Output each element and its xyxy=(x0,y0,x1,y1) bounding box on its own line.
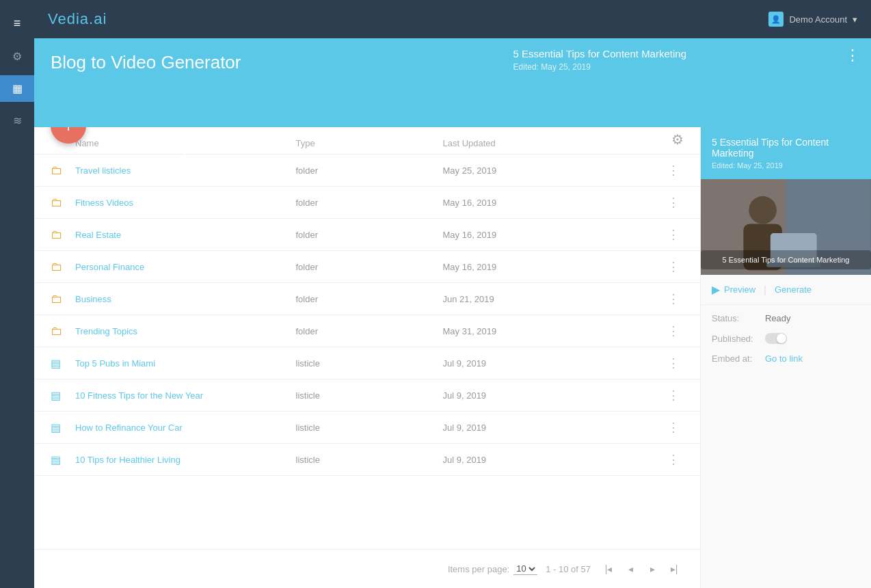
generate-button[interactable]: Generate xyxy=(775,284,812,295)
row-type: folder xyxy=(296,198,443,208)
status-row: Status: Ready xyxy=(712,313,860,323)
folder-icon: 🗀 xyxy=(51,292,70,306)
row-type: folder xyxy=(296,326,443,336)
main-area: Vedia.ai 👤 Demo Account ▾ Blog to Video … xyxy=(34,0,871,588)
video-preview: 5 Essential Tips for Content Marketing ▶… xyxy=(701,179,871,275)
row-date: Jul 9, 2019 xyxy=(443,423,664,433)
row-more-button[interactable]: ⋮ xyxy=(663,323,684,338)
page-nav-controls: |◂ ◂ ▸ ▸| xyxy=(599,559,684,578)
row-more-button[interactable]: ⋮ xyxy=(663,452,684,467)
table-row[interactable]: ▤ 10 Tips for Healthier Living listicle … xyxy=(34,444,700,476)
folder-icon: 🗀 xyxy=(51,163,70,178)
table-row[interactable]: 🗀 Travel listicles folder May 25, 2019 ⋮ xyxy=(34,155,700,187)
rp-subtitle: Edited: May 25, 2019 xyxy=(712,161,860,170)
sidebar: ≡ ⚙ ▦ ≋ xyxy=(0,0,34,588)
pagination-range: 1 - 10 of 57 xyxy=(546,564,591,574)
items-per-page-control: Items per page: 10 5 25 50 xyxy=(448,563,537,575)
table-row[interactable]: 🗀 Personal Finance folder May 16, 2019 ⋮ xyxy=(34,251,700,283)
published-toggle[interactable] xyxy=(765,333,787,344)
listicle-icon: ▤ xyxy=(51,453,70,466)
right-panel: 5 Essential Tips for Content Marketing E… xyxy=(700,127,871,588)
row-name: Personal Finance xyxy=(70,262,296,272)
row-date: Jul 9, 2019 xyxy=(443,390,664,401)
row-name: Travel listicles xyxy=(70,165,296,176)
action-divider: | xyxy=(764,284,766,295)
next-page-button[interactable]: ▸ xyxy=(643,559,662,578)
row-more-button[interactable]: ⋮ xyxy=(663,291,684,306)
row-name: Top 5 Pubs in Miami xyxy=(70,358,296,369)
panel-info: Status: Ready Published: Embed at: Go to… xyxy=(701,305,871,372)
prev-page-button[interactable]: ◂ xyxy=(621,559,640,578)
topnav: Vedia.ai 👤 Demo Account ▾ xyxy=(34,0,871,38)
items-per-page-select[interactable]: 10 5 25 50 xyxy=(513,563,537,575)
folder-icon: 🗀 xyxy=(51,228,70,242)
row-more-button[interactable]: ⋮ xyxy=(663,388,684,403)
sidebar-item-feed[interactable]: ≋ xyxy=(0,107,34,134)
row-date: May 31, 2019 xyxy=(443,326,664,336)
row-more-button[interactable]: ⋮ xyxy=(663,356,684,371)
account-icon: 👤 xyxy=(768,12,783,27)
embed-label: Embed at: xyxy=(712,353,760,364)
folder-icon: 🗀 xyxy=(51,324,70,338)
row-date: Jun 21, 2019 xyxy=(443,294,664,304)
account-menu[interactable]: 👤 Demo Account ▾ xyxy=(768,12,857,27)
col-header-date: Last Updated xyxy=(443,138,664,148)
listicle-icon: ▤ xyxy=(51,421,70,434)
content-area: Blog to Video Generator ⋮ ⚙ 5 Essential … xyxy=(34,38,871,588)
right-panel-header: 5 Essential Tips for Content Marketing E… xyxy=(701,127,871,179)
svg-point-2 xyxy=(749,196,777,224)
row-more-button[interactable]: ⋮ xyxy=(663,195,684,210)
page-header: Blog to Video Generator ⋮ ⚙ 5 Essential … xyxy=(34,38,871,127)
play-circle-icon: ▶ xyxy=(712,283,720,296)
video-thumbnail: 5 Essential Tips for Content Marketing xyxy=(701,179,871,275)
table-settings-icon[interactable]: ⚙ xyxy=(671,131,684,148)
table-body: 🗀 Travel listicles folder May 25, 2019 ⋮… xyxy=(34,155,700,549)
preview-button[interactable]: ▶ Preview xyxy=(712,283,755,296)
table-row[interactable]: ▤ 10 Fitness Tips for the New Year listi… xyxy=(34,379,700,412)
embed-link[interactable]: Go to link xyxy=(765,353,803,364)
row-date: May 25, 2019 xyxy=(443,165,664,176)
sidebar-item-settings[interactable]: ⚙ xyxy=(0,43,34,70)
row-date: May 16, 2019 xyxy=(443,262,664,272)
sidebar-item-calendar[interactable]: ▦ xyxy=(0,75,34,102)
listicle-icon: ▤ xyxy=(51,389,70,402)
row-name: How to Refinance Your Car xyxy=(70,423,296,433)
table-row[interactable]: 🗀 Real Estate folder May 16, 2019 ⋮ xyxy=(34,219,700,251)
published-label: Published: xyxy=(712,334,760,344)
row-type: listicle xyxy=(296,358,443,369)
first-page-button[interactable]: |◂ xyxy=(599,559,618,578)
row-more-button[interactable]: ⋮ xyxy=(663,163,684,178)
row-type: folder xyxy=(296,262,443,272)
row-more-button[interactable]: ⋮ xyxy=(663,259,684,274)
row-name: Business xyxy=(70,294,296,304)
row-date: Jul 9, 2019 xyxy=(443,455,664,465)
logo: Vedia.ai xyxy=(48,10,107,28)
row-name: 10 Tips for Healthier Living xyxy=(70,455,296,465)
status-label: Status: xyxy=(712,313,760,323)
table-row[interactable]: 🗀 Trending Topics folder May 31, 2019 ⋮ xyxy=(34,315,700,347)
body-split: + ⚙ Name Type Last Updated 🗀 Travel list… xyxy=(34,127,871,588)
last-page-button[interactable]: ▸| xyxy=(665,559,684,578)
rp-title: 5 Essential Tips for Content Marketing xyxy=(712,137,860,159)
account-chevron-icon: ▾ xyxy=(853,14,857,25)
header-settings-icon[interactable]: ⚙ xyxy=(182,144,194,161)
folder-icon: 🗀 xyxy=(51,260,70,274)
pagination-bar: Items per page: 10 5 25 50 1 - 10 of 57 … xyxy=(34,549,700,588)
folder-icon: 🗀 xyxy=(51,196,70,210)
page-title: Blog to Video Generator xyxy=(51,52,855,73)
table-row[interactable]: 🗀 Fitness Videos folder May 16, 2019 ⋮ xyxy=(34,187,700,219)
table-row[interactable]: ▤ How to Refinance Your Car listicle Jul… xyxy=(34,412,700,444)
row-more-button[interactable]: ⋮ xyxy=(663,227,684,242)
header-more-icon[interactable]: ⋮ xyxy=(845,46,860,64)
preview-header-info: 5 Essential Tips for Content Marketing E… xyxy=(513,48,686,72)
table-header: Name Type Last Updated xyxy=(34,127,700,155)
col-header-type: Type xyxy=(296,138,443,148)
row-more-button[interactable]: ⋮ xyxy=(663,420,684,435)
published-row: Published: xyxy=(712,333,860,344)
table-row[interactable]: ▤ Top 5 Pubs in Miami listicle Jul 9, 20… xyxy=(34,347,700,379)
preview-header-edited: Edited: May 25, 2019 xyxy=(513,62,686,72)
listicle-icon: ▤ xyxy=(51,357,70,370)
row-name: 10 Fitness Tips for the New Year xyxy=(70,390,296,401)
sidebar-menu-icon[interactable]: ≡ xyxy=(0,10,34,38)
table-row[interactable]: 🗀 Business folder Jun 21, 2019 ⋮ xyxy=(34,283,700,315)
